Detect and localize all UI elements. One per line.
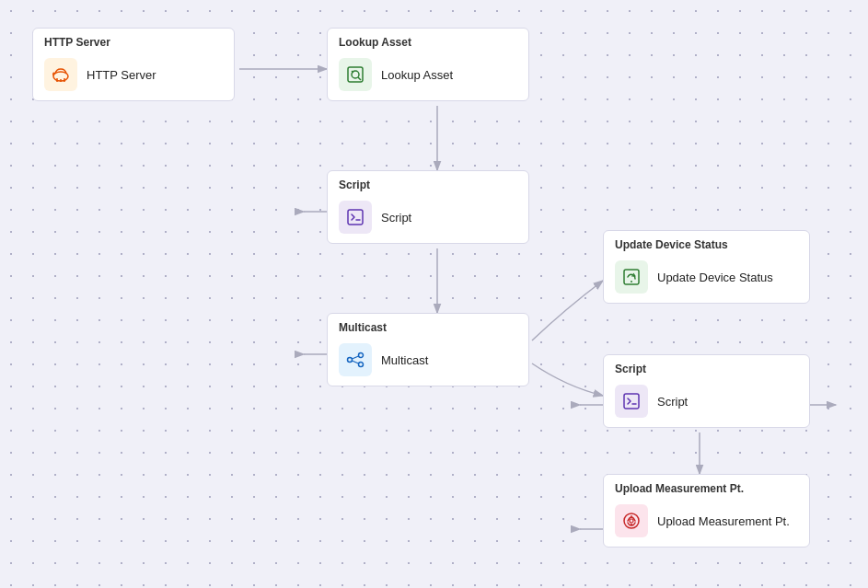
- node-http-server-label: HTTP Server: [87, 68, 156, 82]
- node-lookup-asset-title: Lookup Asset: [328, 29, 528, 52]
- node-lookup-asset: Lookup Asset Lookup Asset: [327, 28, 529, 101]
- connector-multicast-update: [532, 281, 603, 340]
- script-top-icon: [339, 201, 372, 234]
- update-device-icon: [615, 260, 648, 294]
- http-icon: [44, 58, 77, 91]
- node-script-top: Script Script: [327, 170, 529, 244]
- node-multicast-title: Multicast: [328, 314, 528, 338]
- svg-line-8: [358, 77, 361, 80]
- node-update-device-status: Update Device Status Update Device Statu…: [603, 230, 810, 304]
- node-http-server-title: HTTP Server: [33, 29, 234, 52]
- svg-point-18: [631, 281, 632, 282]
- svg-point-12: [348, 358, 353, 363]
- node-upload-measurement: Upload Measurement Pt. Upload Measuremen…: [603, 474, 810, 548]
- node-multicast: Multicast Multicast: [327, 313, 529, 386]
- svg-rect-10: [348, 210, 363, 225]
- svg-point-13: [359, 353, 364, 358]
- node-script-right: Script Script: [603, 354, 810, 428]
- node-update-device-label: Update Device Status: [657, 271, 773, 284]
- upload-measurement-icon: [615, 504, 648, 537]
- svg-point-14: [359, 363, 364, 367]
- node-upload-measurement-label: Upload Measurement Pt.: [657, 514, 790, 528]
- connector-multicast-script-right: [532, 363, 603, 396]
- node-http-server: HTTP Server HTTP Server: [32, 28, 235, 101]
- svg-point-22: [630, 519, 633, 523]
- node-upload-measurement-title: Upload Measurement Pt.: [604, 475, 809, 499]
- script-right-icon: [615, 385, 648, 418]
- multicast-icon: [339, 343, 372, 376]
- svg-rect-19: [624, 394, 639, 409]
- node-script-right-label: Script: [657, 395, 688, 409]
- node-update-device-title: Update Device Status: [604, 231, 809, 255]
- node-script-right-title: Script: [604, 355, 809, 379]
- svg-line-15: [353, 356, 359, 359]
- node-script-top-label: Script: [381, 211, 411, 225]
- svg-line-16: [353, 361, 359, 363]
- node-multicast-label: Multicast: [381, 353, 428, 367]
- lookup-icon: [339, 58, 372, 91]
- node-lookup-asset-label: Lookup Asset: [381, 68, 453, 82]
- node-script-top-title: Script: [328, 171, 528, 195]
